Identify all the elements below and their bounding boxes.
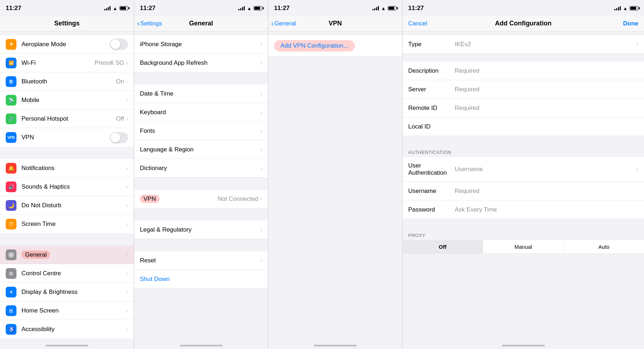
iphone-storage-chevron: › <box>260 41 262 48</box>
wifi-icon-4: ▲ <box>623 6 628 11</box>
type-value: IKEv2 <box>455 41 636 48</box>
vpn-back-button[interactable]: ‹ General <box>271 20 296 27</box>
password-label: Password <box>408 206 455 213</box>
wifi-value: PressK 5G <box>94 59 124 67</box>
hotspot-label: Personal Hotspot <box>21 115 116 122</box>
type-row[interactable]: Type IKEv2 › <box>402 35 644 54</box>
time-4: 11:27 <box>408 5 424 12</box>
server-placeholder: Required <box>455 86 638 93</box>
status-icons-2: ▲ <box>238 6 262 11</box>
sounds-row[interactable]: 🔊 Sounds & Haptics › <box>0 178 134 196</box>
homescreen-label: Home Screen <box>21 307 126 314</box>
username-label: Username <box>408 188 455 195</box>
airplane-toggle[interactable] <box>110 39 128 50</box>
general-sep-3 <box>134 208 268 220</box>
vpn-icon: VPN <box>6 132 16 143</box>
time-3: 11:27 <box>274 5 289 12</box>
keyboard-label: Keyboard <box>140 109 260 116</box>
battery-icon-2 <box>254 6 262 10</box>
bluetooth-chevron: › <box>126 78 128 85</box>
localid-row[interactable]: Local ID <box>402 117 644 136</box>
fonts-row[interactable]: Fonts › <box>134 122 268 140</box>
sounds-icon: 🔊 <box>6 181 16 192</box>
keyboard-row[interactable]: Keyboard › <box>134 103 268 122</box>
datetime-label: Date & Time <box>140 90 260 97</box>
shutdown-row[interactable]: Shut Down <box>134 270 268 289</box>
reset-row[interactable]: Reset › <box>134 251 268 270</box>
screentime-row[interactable]: ⏱ Screen Time › <box>0 215 134 233</box>
reset-label: Reset <box>140 257 260 264</box>
homescreen-row[interactable]: ⊞ Home Screen › <box>0 301 134 320</box>
language-chevron: › <box>260 146 262 153</box>
general-sep-4 <box>134 239 268 251</box>
server-label: Server <box>408 86 455 93</box>
proxy-off-option[interactable]: Off <box>402 240 483 253</box>
homescreen-chevron: › <box>126 307 128 314</box>
legal-chevron: › <box>260 227 262 233</box>
iphone-storage-row[interactable]: iPhone Storage › <box>134 35 268 54</box>
dictionary-label: Dictionary <box>140 165 260 172</box>
hotspot-value: Off <box>116 115 124 122</box>
dictionary-row[interactable]: Dictionary › <box>134 159 268 178</box>
signal-bars-3 <box>372 6 379 10</box>
general-title: General <box>189 20 213 27</box>
status-bar-1: 11:27 ▲ <box>0 0 134 16</box>
language-label: Language & Region <box>140 146 260 153</box>
wifi-label: Wi-Fi <box>21 59 94 67</box>
notification-group: 🔔 Notifications › 🔊 Sounds & Haptics › 🌙… <box>0 159 134 233</box>
brightness-row[interactable]: ☀ Display & Brightness › <box>0 283 134 301</box>
proxy-manual-option[interactable]: Manual <box>483 240 564 253</box>
wifi-icon-1: ▲ <box>113 6 117 11</box>
accessibility-row[interactable]: ♿ Accessibility › <box>0 320 134 339</box>
username-row[interactable]: Username Required <box>402 182 644 200</box>
user-auth-row[interactable]: User Authentication Username › <box>402 157 644 182</box>
general-back-button[interactable]: ‹ Settings <box>137 20 162 27</box>
sounds-chevron: › <box>126 184 128 190</box>
controlcentre-chevron: › <box>126 270 128 277</box>
wifi-row[interactable]: 📶 Wi-Fi PressK 5G › <box>0 54 134 72</box>
proxy-auto-option[interactable]: Auto <box>564 240 644 253</box>
password-row[interactable]: Password Ask Every Time <box>402 200 644 219</box>
status-bar-3: 11:27 ▲ <box>268 0 402 16</box>
remoteid-row[interactable]: Remote ID Required <box>402 99 644 117</box>
cancel-button[interactable]: Cancel <box>408 20 427 27</box>
bluetooth-row[interactable]: B Bluetooth On › <box>0 72 134 91</box>
home-indicator-2 <box>134 342 268 349</box>
airplane-toggle-thumb <box>111 39 120 49</box>
airplane-row[interactable]: ✈ Aeroplane Mode <box>0 35 134 54</box>
mobile-chevron: › <box>126 97 128 103</box>
done-button[interactable]: Done <box>623 20 639 27</box>
server-row[interactable]: Server Required <box>402 80 644 99</box>
type-label: Type <box>408 41 455 48</box>
mobile-row[interactable]: 📡 Mobile › <box>0 91 134 110</box>
shutdown-label: Shut Down <box>140 276 170 283</box>
vpn-toggle[interactable] <box>110 132 128 143</box>
user-auth-label: User Authentication <box>408 162 455 176</box>
description-row[interactable]: Description Required <box>402 62 644 80</box>
sep-1 <box>0 147 134 159</box>
vpn-back-chevron-icon: ‹ <box>271 20 274 27</box>
general-sep-1 <box>134 72 268 84</box>
language-row[interactable]: Language & Region › <box>134 140 268 159</box>
legal-row[interactable]: Legal & Regulatory › <box>134 220 268 239</box>
type-chevron: › <box>636 41 638 48</box>
general-row[interactable]: ⚙ General › <box>0 246 134 264</box>
dnd-row[interactable]: 🌙 Do Not Disturb › <box>0 196 134 215</box>
battery-icon-3 <box>388 6 396 10</box>
vpn-list: Add VPN Configuration... <box>268 31 402 342</box>
bluetooth-icon: B <box>6 76 16 87</box>
general-sep-2 <box>134 178 268 190</box>
datetime-row[interactable]: Date & Time › <box>134 84 268 103</box>
add-vpn-row[interactable]: Add VPN Configuration... <box>268 35 402 57</box>
hotspot-row[interactable]: 🔗 Personal Hotspot Off › <box>0 110 134 128</box>
general-vpn-row[interactable]: VPN Not Connected › <box>134 190 268 208</box>
vpn-title: VPN <box>328 20 342 27</box>
legal-group: Legal & Regulatory › <box>134 220 268 239</box>
vpn-row[interactable]: VPN VPN <box>0 128 134 147</box>
bg-refresh-row[interactable]: Background App Refresh › <box>134 54 268 72</box>
system-group: ⚙ General › ⊞ Control Centre › ☀ Display… <box>0 246 134 339</box>
dnd-chevron: › <box>126 202 128 209</box>
controlcentre-row[interactable]: ⊞ Control Centre › <box>0 264 134 283</box>
add-config-panel: 11:27 ▲ Cancel Add Configuration Done Ty… <box>402 0 644 349</box>
notifications-row[interactable]: 🔔 Notifications › <box>0 159 134 178</box>
